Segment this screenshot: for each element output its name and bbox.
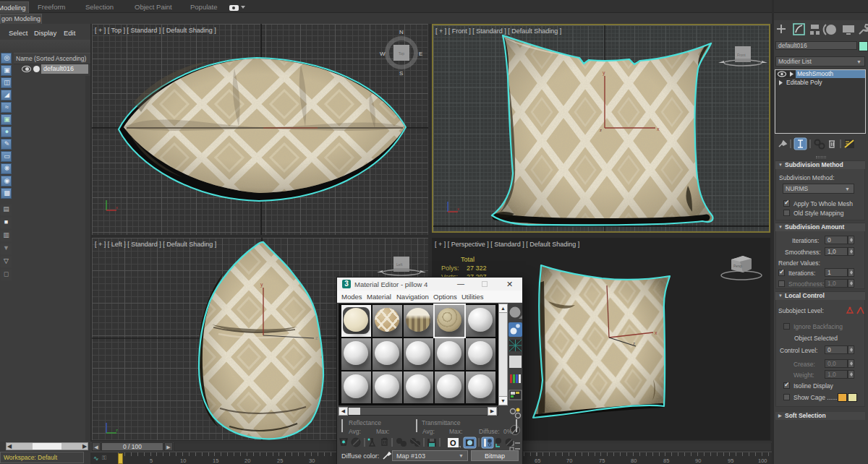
svg-text:z: z	[633, 341, 635, 345]
svg-text:z: z	[315, 335, 318, 340]
svg-text:E: E	[419, 51, 422, 57]
svg-text:Polys:: Polys:	[441, 265, 459, 272]
svg-text:Left: Left	[396, 262, 403, 267]
svg-text:x: x	[116, 205, 118, 210]
svg-text:N: N	[399, 29, 404, 35]
svg-text:27 322: 27 322	[467, 265, 487, 272]
svg-text:Front: Front	[737, 53, 746, 57]
svg-text:y: y	[260, 282, 263, 288]
svg-text:S: S	[399, 70, 403, 77]
svg-text:W: W	[380, 51, 386, 57]
svg-text:O: O	[450, 439, 456, 447]
svg-text:y: y	[603, 70, 605, 76]
svg-text:Total: Total	[461, 256, 475, 263]
svg-text:x: x	[655, 330, 658, 335]
svg-text:z: z	[116, 428, 118, 432]
svg-text:z: z	[600, 128, 602, 132]
svg-text:Persp: Persp	[733, 265, 742, 268]
svg-text:Top: Top	[399, 51, 404, 56]
svg-text:x: x	[657, 126, 660, 132]
svg-text:x: x	[457, 207, 459, 211]
